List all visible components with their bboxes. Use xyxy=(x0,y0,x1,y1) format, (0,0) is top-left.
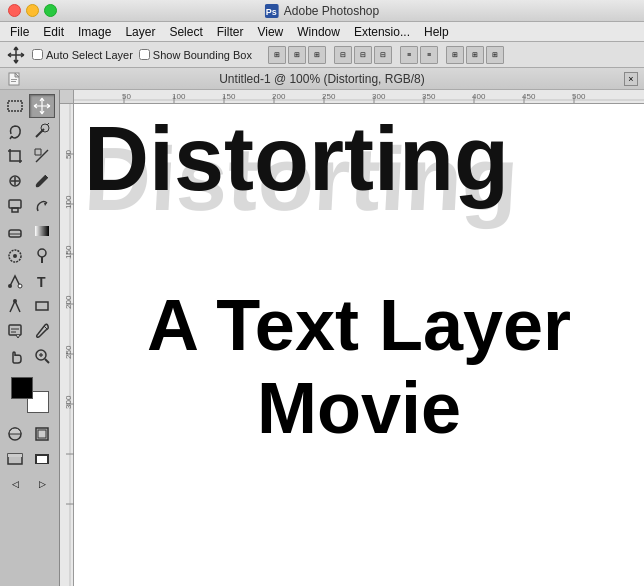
tb-icon-11[interactable]: ⊞ xyxy=(486,46,504,64)
extra-tool2[interactable]: ▷ xyxy=(29,472,55,496)
svg-text:450: 450 xyxy=(522,92,536,101)
menu-layer[interactable]: Layer xyxy=(119,24,161,40)
quick-mask-icon xyxy=(6,425,24,443)
bounding-box-label[interactable]: Show Bounding Box xyxy=(139,49,252,61)
move-tool[interactable] xyxy=(29,94,55,118)
move-tool-icon xyxy=(6,45,26,65)
standard-mode-tool[interactable] xyxy=(29,422,55,446)
tb-icon-5[interactable]: ⊟ xyxy=(354,46,372,64)
lasso-tool[interactable] xyxy=(2,119,28,143)
screen-mode2-icon xyxy=(33,450,51,468)
marquee-tool[interactable] xyxy=(2,94,28,118)
dodge-tool[interactable] xyxy=(29,244,55,268)
close-button[interactable] xyxy=(8,4,21,17)
crop-tool[interactable] xyxy=(2,144,28,168)
stamp-tool[interactable] xyxy=(2,194,28,218)
menu-filter[interactable]: Filter xyxy=(211,24,250,40)
foreground-color-swatch[interactable] xyxy=(11,377,33,399)
screen-mode1[interactable] xyxy=(2,447,28,471)
window-controls[interactable] xyxy=(8,4,57,17)
slice-tool[interactable] xyxy=(29,144,55,168)
tb-icon-10[interactable]: ⊞ xyxy=(466,46,484,64)
tb-icon-1[interactable]: ⊞ xyxy=(268,46,286,64)
svg-text:250: 250 xyxy=(64,345,73,359)
eyedropper-tool[interactable] xyxy=(29,319,55,343)
text-line3: Movie xyxy=(84,367,634,450)
heal-tool[interactable] xyxy=(2,169,28,193)
transform-icons: ⊞ ⊞ ⊞ ⊟ ⊟ ⊟ ≡ ≡ ⊞ ⊞ ⊞ xyxy=(268,46,504,64)
svg-rect-4 xyxy=(11,81,16,82)
magic-wand-tool[interactable] xyxy=(29,119,55,143)
menu-view[interactable]: View xyxy=(251,24,289,40)
shape-tool[interactable] xyxy=(29,294,55,318)
auto-select-checkbox[interactable] xyxy=(32,49,43,60)
menu-help[interactable]: Help xyxy=(418,24,455,40)
canvas-area: 50 100 150 200 250 300 350 400 450 500 xyxy=(60,90,644,586)
svg-rect-15 xyxy=(9,230,21,237)
auto-select-label[interactable]: Auto Select Layer xyxy=(32,49,133,61)
tb-icon-3[interactable]: ⊞ xyxy=(308,46,326,64)
svg-rect-14 xyxy=(12,208,18,212)
path-tool[interactable] xyxy=(2,269,28,293)
svg-rect-40 xyxy=(37,456,47,463)
eraser-tool[interactable] xyxy=(2,219,28,243)
screen-mode1-icon xyxy=(6,450,24,468)
gradient-tool[interactable] xyxy=(29,219,55,243)
svg-rect-38 xyxy=(8,454,22,457)
lasso-icon xyxy=(6,122,24,140)
tb-icon-6[interactable]: ⊟ xyxy=(374,46,392,64)
menu-select[interactable]: Select xyxy=(163,24,208,40)
bounding-box-checkbox[interactable] xyxy=(139,49,150,60)
svg-text:300: 300 xyxy=(64,395,73,409)
type-tool[interactable]: T xyxy=(29,269,55,293)
ruler-horizontal: 50 100 150 200 250 300 350 400 450 500 xyxy=(74,90,644,104)
svg-rect-5 xyxy=(8,101,22,111)
menu-file[interactable]: File xyxy=(4,24,35,40)
svg-line-7 xyxy=(36,129,44,137)
minimize-button[interactable] xyxy=(26,4,39,17)
svg-point-18 xyxy=(9,250,21,262)
menu-extensio[interactable]: Extensio... xyxy=(348,24,416,40)
menu-image[interactable]: Image xyxy=(72,24,117,40)
svg-rect-39 xyxy=(35,454,49,464)
doc-title-text: Untitled-1 @ 100% (Distorting, RGB/8) xyxy=(219,72,425,86)
svg-text:T: T xyxy=(37,274,46,290)
main-area: T xyxy=(0,90,644,586)
menu-edit[interactable]: Edit xyxy=(37,24,70,40)
zoom-tool[interactable] xyxy=(29,344,55,368)
canvas-white: Distorting Distorting A Text Layer Movie xyxy=(74,104,644,586)
hand-icon xyxy=(6,347,24,365)
tb-icon-7[interactable]: ≡ xyxy=(400,46,418,64)
svg-line-6 xyxy=(10,136,12,139)
screen-mode2[interactable] xyxy=(29,447,55,471)
extra-tool1[interactable]: ◁ xyxy=(2,472,28,496)
svg-text:Ps: Ps xyxy=(266,7,277,17)
eraser-icon xyxy=(6,222,24,240)
heal-icon xyxy=(6,172,24,190)
doc-close-button[interactable]: × xyxy=(624,72,638,86)
hand-tool[interactable] xyxy=(2,344,28,368)
history-brush-tool[interactable] xyxy=(29,194,55,218)
tb-icon-2[interactable]: ⊞ xyxy=(288,46,306,64)
options-bar: Auto Select Layer Show Bounding Box ⊞ ⊞ … xyxy=(0,42,644,68)
quick-mask-tool[interactable] xyxy=(2,422,28,446)
move-icon xyxy=(33,97,51,115)
brush-tool[interactable] xyxy=(29,169,55,193)
subtitle-text: A Text Layer Movie xyxy=(84,284,634,450)
svg-point-22 xyxy=(8,284,12,288)
tb-icon-4[interactable]: ⊟ xyxy=(334,46,352,64)
tool-row-1 xyxy=(2,94,57,118)
tb-icon-8[interactable]: ≡ xyxy=(420,46,438,64)
tb-icon-9[interactable]: ⊞ xyxy=(446,46,464,64)
notes-tool[interactable] xyxy=(2,319,28,343)
pen-tool[interactable] xyxy=(2,294,28,318)
svg-rect-13 xyxy=(9,200,21,208)
svg-point-30 xyxy=(36,350,46,360)
svg-point-25 xyxy=(13,299,17,303)
color-swatches[interactable] xyxy=(11,377,49,413)
menu-window[interactable]: Window xyxy=(291,24,346,40)
ps-icon: Ps xyxy=(265,4,279,18)
maximize-button[interactable] xyxy=(44,4,57,17)
svg-rect-17 xyxy=(35,226,49,236)
blur-tool[interactable] xyxy=(2,244,28,268)
